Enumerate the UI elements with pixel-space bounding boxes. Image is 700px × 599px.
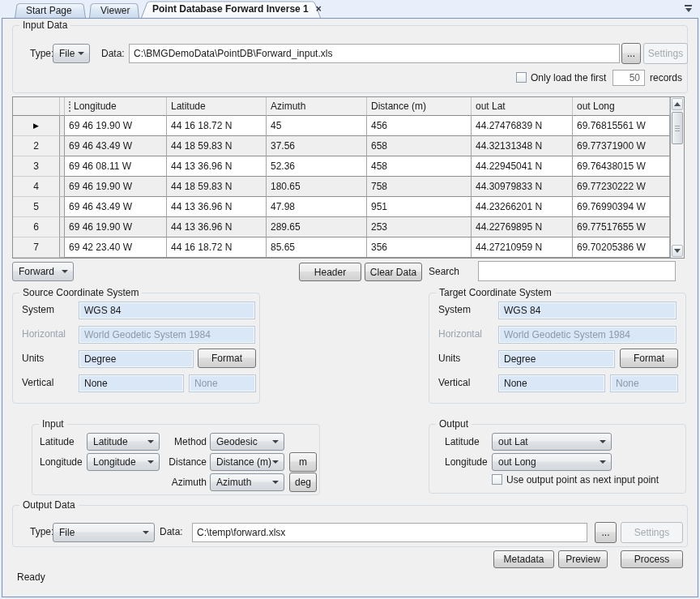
metadata-button[interactable]: Metadata (493, 550, 554, 568)
clear-data-button[interactable]: Clear Data (365, 263, 422, 281)
row-header[interactable]: 2 (13, 136, 60, 156)
input-longitude-dropdown[interactable]: Longitude (87, 453, 160, 471)
vertical-scrollbar[interactable] (670, 97, 684, 258)
source-units-field[interactable]: Degree (79, 350, 194, 368)
cell[interactable]: 69.77371900 W (573, 136, 670, 156)
cell[interactable]: 69 46 08.11 W (65, 156, 167, 177)
cell[interactable]: 52.36 (267, 156, 367, 177)
cell[interactable]: 45 (267, 116, 367, 136)
input-type-dropdown[interactable]: File (53, 44, 90, 63)
output-longitude-label: Longitude (445, 456, 488, 468)
azimuth-unit-button[interactable]: deg (289, 473, 317, 492)
column-header-latitude[interactable]: Latitude (167, 97, 267, 116)
cell[interactable]: 69 46 19.90 W (65, 116, 167, 136)
row-header[interactable]: 3 (13, 156, 60, 177)
header-button[interactable]: Header (299, 263, 361, 281)
scrollbar-thumb[interactable] (672, 112, 683, 144)
input-data-path-field[interactable]: C:\BMGDemoData\PointDB\Forward_input.xls (129, 44, 620, 63)
cell[interactable]: 69 42 23.40 W (65, 237, 167, 258)
cell[interactable]: 44 16 18.72 N (167, 116, 267, 136)
process-button[interactable]: Process (621, 550, 683, 568)
status-text: Ready (17, 571, 45, 583)
cell[interactable]: 44 13 36.96 N (167, 197, 267, 217)
cell[interactable]: 44.32131348 N (472, 136, 573, 156)
only-load-checkbox[interactable] (516, 72, 527, 83)
cell[interactable]: 44 18 59.83 N (167, 136, 267, 156)
cell[interactable]: 456 (367, 116, 472, 136)
preview-button[interactable]: Preview (558, 550, 608, 568)
tab-start-page[interactable]: Start Page (15, 2, 86, 18)
distance-unit-button[interactable]: m (289, 452, 317, 472)
cell[interactable]: 44 18 59.83 N (167, 177, 267, 197)
cell[interactable]: 44 13 36.96 N (167, 217, 267, 237)
cell[interactable]: 44.27476839 N (472, 116, 573, 136)
cell[interactable]: 69.76990394 W (573, 197, 670, 217)
input-latitude-dropdown[interactable]: Latitude (87, 433, 160, 451)
cell[interactable]: 253 (367, 217, 472, 237)
records-count-field[interactable]: 50 (612, 70, 645, 86)
cell[interactable]: 44.22945041 N (472, 156, 573, 177)
method-dropdown[interactable]: Geodesic (210, 433, 284, 451)
mode-dropdown[interactable]: Forward (12, 262, 74, 281)
cell[interactable]: 85.65 (267, 237, 367, 258)
use-output-point-checkbox[interactable] (492, 474, 502, 485)
column-header-azimuth[interactable]: Azimuth (267, 97, 367, 116)
cell[interactable]: 289.65 (267, 217, 367, 237)
scroll-down-button[interactable] (672, 245, 683, 257)
column-header-out-lat[interactable]: out Lat (472, 97, 573, 116)
column-header-out-long[interactable]: out Long (573, 97, 670, 116)
cell[interactable]: 458 (367, 156, 472, 177)
search-input[interactable] (478, 261, 676, 281)
row-header[interactable]: 4 (13, 177, 60, 197)
input-browse-button[interactable]: ... (621, 43, 641, 64)
cell[interactable]: 951 (367, 197, 472, 217)
source-format-button[interactable]: Format (198, 349, 256, 368)
column-header-distance[interactable]: Distance (m) (367, 97, 472, 116)
output-browse-button[interactable]: ... (595, 522, 617, 543)
tab-overflow-icon[interactable] (684, 5, 693, 13)
distance-dropdown[interactable]: Distance (m) (210, 453, 284, 471)
cell[interactable]: 69 46 19.90 W (65, 177, 167, 197)
column-header-longitude[interactable]: Longitude (65, 97, 167, 116)
source-vertical-field[interactable]: None (79, 374, 184, 392)
tab-point-database-forward-inverse[interactable]: Point Database Forward Inverse 1 × (141, 0, 321, 18)
row-header[interactable]: 6 (13, 217, 60, 237)
cell[interactable]: 758 (367, 177, 472, 197)
cell[interactable]: 44.30979833 N (472, 177, 573, 197)
cell[interactable]: 44.22769895 N (472, 217, 573, 237)
output-longitude-dropdown[interactable]: out Long (492, 453, 612, 471)
close-tab-icon[interactable]: × (316, 4, 322, 14)
grid-corner-cell[interactable] (13, 97, 60, 116)
target-units-field[interactable]: Degree (498, 350, 615, 368)
cell[interactable]: 69.76815561 W (573, 116, 670, 136)
cell[interactable]: 47.98 (267, 197, 367, 217)
tab-viewer[interactable]: Viewer (89, 2, 139, 18)
cell[interactable]: 44.23266201 N (472, 197, 573, 217)
row-header[interactable]: 7 (13, 237, 60, 258)
target-system-field[interactable]: WGS 84 (498, 302, 677, 319)
cell[interactable]: 658 (367, 136, 472, 156)
cell[interactable]: 69 46 19.90 W (65, 217, 167, 237)
target-format-button[interactable]: Format (620, 349, 678, 368)
cell[interactable]: 69.76438015 W (573, 156, 670, 177)
cell[interactable]: 37.56 (267, 136, 367, 156)
cell[interactable]: 180.65 (267, 177, 367, 197)
source-system-field[interactable]: WGS 84 (79, 302, 255, 319)
cell[interactable]: 356 (367, 237, 472, 258)
cell[interactable]: 44 13 36.96 N (167, 156, 267, 177)
output-latitude-dropdown[interactable]: out Lat (492, 433, 612, 451)
cell[interactable]: 69.77230222 W (573, 177, 670, 197)
output-data-path-field[interactable]: C:\temp\forward.xlsx (192, 523, 587, 542)
target-vertical-field[interactable]: None (498, 374, 605, 392)
cell[interactable]: 44 16 18.72 N (167, 237, 267, 258)
cell[interactable]: 44.27210959 N (472, 237, 573, 258)
cell[interactable]: 69.70205386 W (573, 237, 670, 258)
cell[interactable]: 69 46 43.49 W (65, 197, 167, 217)
output-type-dropdown[interactable]: File (53, 523, 155, 542)
azimuth-dropdown[interactable]: Azimuth (210, 473, 284, 491)
cell[interactable]: 69.77517655 W (573, 217, 670, 237)
row-header-marker[interactable]: ▶ (13, 116, 60, 136)
row-header[interactable]: 5 (13, 197, 60, 217)
cell[interactable]: 69 46 43.49 W (65, 136, 167, 156)
scroll-up-button[interactable] (672, 98, 683, 110)
